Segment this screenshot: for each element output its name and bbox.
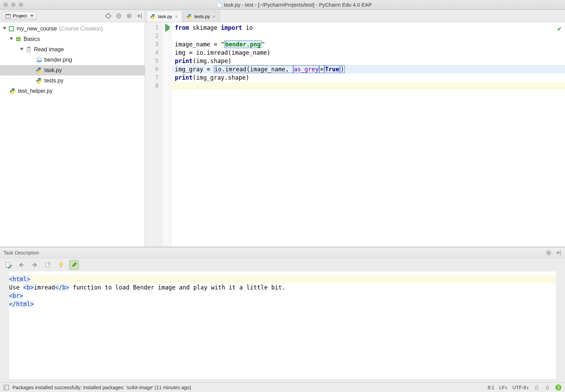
svg-rect-47 [535, 387, 538, 390]
window-layout-icon[interactable] [3, 385, 9, 390]
image-file-icon [36, 57, 42, 63]
text: Use [9, 284, 23, 291]
html-tag: <b> [23, 284, 34, 291]
tree-lesson[interactable]: LESSON Basics [0, 34, 145, 44]
python-file-icon [10, 88, 16, 94]
code-line[interactable]: print(img_gray.shape) [172, 73, 565, 82]
check-task-button[interactable] [3, 260, 13, 270]
python-file-icon [150, 14, 156, 19]
lock-icon[interactable] [534, 385, 539, 390]
python-file-icon [36, 67, 42, 73]
window-controls [3, 2, 23, 7]
tab-tests-py[interactable]: tests.py × [183, 11, 220, 22]
code-line[interactable]: print(img.shape) [172, 57, 565, 65]
svg-line-13 [127, 14, 128, 15]
code-area[interactable]: ✔ from skimage import ioimage_name = "be… [172, 22, 565, 247]
target-icon[interactable] [105, 13, 111, 19]
svg-rect-1 [6, 14, 10, 15]
run-gutter [162, 22, 172, 247]
refresh-button[interactable] [43, 260, 53, 270]
svg-line-38 [547, 254, 548, 255]
minimize-window-icon[interactable] [11, 2, 16, 7]
svg-line-14 [131, 17, 131, 18]
task-panel: Task Description <html> Use <b>imread</b… [0, 247, 565, 382]
text: function to load Bender image and play w… [69, 284, 285, 291]
code-line[interactable]: img = io.imread(image_name) [172, 48, 565, 57]
hide-icon[interactable] [555, 250, 562, 256]
svg-line-16 [131, 14, 131, 15]
svg-point-50 [546, 386, 547, 386]
svg-line-15 [127, 17, 128, 18]
tree-file-helper[interactable]: test_helper.py [0, 86, 145, 96]
status-message: Packages installed successfully: Install… [12, 385, 191, 390]
svg-rect-46 [4, 385, 6, 390]
code-editor[interactable]: 12345678 ✔ from skimage import ioimage_n… [145, 22, 565, 247]
html-tag: <br> [9, 292, 23, 299]
toolbar-row: Project task.py × tests.py × [0, 10, 565, 22]
project-view-button[interactable]: Project [2, 12, 37, 20]
code-line[interactable] [172, 32, 565, 40]
code-line[interactable]: image_name = "bender.png" [172, 40, 565, 48]
html-tag: <html> [9, 276, 30, 283]
project-icon [5, 13, 11, 19]
edit-button[interactable] [69, 260, 79, 270]
tree-root[interactable]: my_new_course (Course Creation) [0, 24, 145, 34]
tree-label: Basics [24, 36, 40, 42]
close-icon[interactable]: × [213, 14, 215, 19]
status-bar: Packages installed successfully: Install… [0, 382, 565, 392]
gear-icon[interactable] [546, 250, 552, 256]
file-icon [217, 2, 222, 8]
event-count-badge[interactable]: 3 [555, 384, 562, 391]
prev-button[interactable] [17, 260, 26, 270]
close-window-icon[interactable] [3, 2, 8, 7]
inspector-icon[interactable] [544, 384, 550, 391]
tree-file-tests[interactable]: tests.py [0, 75, 145, 86]
encoding[interactable]: UTF-8⇕ [512, 385, 529, 390]
python-file-icon [36, 78, 42, 84]
svg-rect-49 [546, 388, 548, 390]
zoom-window-icon[interactable] [19, 2, 23, 7]
tree-file-task[interactable]: task.py [0, 65, 145, 75]
tree-file-bender[interactable]: bender.png [0, 55, 145, 65]
svg-text:LESSON: LESSON [15, 38, 21, 41]
hide-icon[interactable] [136, 13, 143, 19]
cursor-position[interactable]: 8:1 [488, 385, 494, 390]
python-file-icon [187, 14, 192, 19]
svg-point-31 [548, 252, 550, 254]
svg-line-37 [550, 254, 551, 255]
svg-point-8 [128, 15, 130, 17]
line-separator[interactable]: LF⇕ [499, 385, 508, 390]
tab-label: task.py [158, 14, 172, 19]
next-button[interactable] [30, 260, 39, 270]
svg-rect-44 [60, 266, 62, 267]
clipboard-icon [26, 46, 32, 53]
collapse-icon[interactable] [116, 13, 122, 19]
run-icon[interactable] [165, 24, 170, 32]
svg-point-43 [59, 262, 63, 266]
window-title: task.py - test - [~/PycharmProjects/test… [27, 2, 562, 8]
task-toolbar [0, 258, 565, 271]
task-description-body[interactable]: <html> Use <b>imread</b> function to loa… [9, 271, 556, 379]
tree-label: bender.png [44, 57, 72, 63]
main-area: my_new_course (Course Creation) LESSON B… [0, 22, 565, 247]
code-line[interactable]: img_gray = io.imread(image_name, as_grey… [172, 65, 565, 73]
svg-line-36 [547, 251, 548, 252]
tab-label: tests.py [194, 14, 210, 19]
gear-icon[interactable] [126, 13, 132, 19]
titlebar: task.py - test - [~/PycharmProjects/test… [0, 0, 565, 10]
html-tag: </html> [9, 301, 34, 308]
tree-task[interactable]: Read image [0, 44, 145, 55]
tree-label: tests.py [44, 78, 63, 84]
tree-note: (Course Creation) [59, 26, 103, 32]
tree-label: my_new_course [17, 26, 57, 32]
close-icon[interactable]: × [175, 14, 178, 19]
tab-task-py[interactable]: task.py × [146, 11, 182, 22]
editor-tabs: task.py × tests.py × [145, 10, 221, 22]
svg-rect-41 [6, 262, 10, 267]
html-tag: </b> [55, 284, 69, 291]
svg-point-48 [546, 386, 548, 388]
project-tree[interactable]: my_new_course (Course Creation) LESSON B… [0, 22, 145, 247]
code-line[interactable] [172, 82, 565, 90]
code-line[interactable]: from skimage import io [172, 24, 565, 32]
hint-button[interactable] [56, 260, 66, 270]
